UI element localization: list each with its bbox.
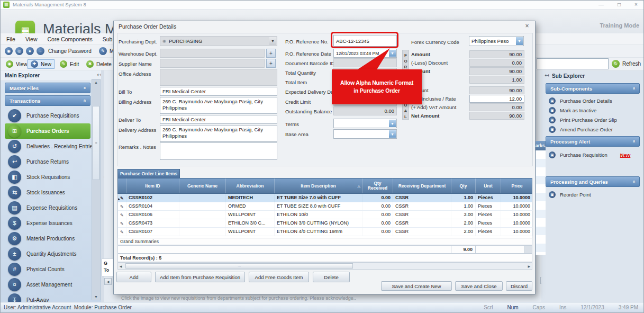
reorder-point-item[interactable]: ▣ Reorder Point [549, 190, 591, 199]
sidebar-item[interactable]: # Physical Counts [5, 262, 90, 277]
add-button[interactable]: Add [116, 272, 151, 282]
h-scrollbar[interactable]: ◀ ⋯ ▶ [117, 262, 532, 270]
h-scroll-thumb[interactable]: ⋯ [125, 263, 353, 269]
new-button[interactable]: ✚New [27, 59, 55, 69]
section-master-files[interactable]: Master Files« [5, 83, 90, 93]
supplier-name-input[interactable] [160, 59, 265, 68]
minimize-button[interactable]: — [595, 1, 607, 8]
sidebar-item[interactable]: ⇆ Stock Issuances [5, 185, 90, 200]
sidebar-item[interactable]: ⚙ Material Productions [5, 231, 90, 246]
search-input[interactable] [537, 58, 609, 69]
close-button[interactable]: × [630, 1, 642, 8]
signout-icon[interactable]: − [37, 47, 44, 55]
table-row[interactable]: CSSR0104 ORMED ET TUBE SIZE 8.0 with CUF… [118, 202, 532, 211]
sidebar-item[interactable]: $ Expense Issuances [5, 216, 90, 231]
sidebar-item[interactable]: ▤ Expense Requisitions [5, 200, 90, 216]
forex-currency-combo[interactable]: Philippines Peso▼ [469, 36, 524, 46]
sidebar-item[interactable]: ¤ Asset Management [5, 277, 90, 292]
table-row[interactable]: CSSR0106 WELLPOINT ETHILON 10/0 0.00 CSS… [118, 211, 532, 219]
col-receiving-department[interactable]: Receiving Department [393, 178, 451, 193]
dialog-close-icon[interactable]: × [522, 22, 532, 30]
billing-address-label: Billing Address [119, 99, 151, 105]
warehouse-dept-input[interactable] [160, 49, 265, 58]
warehouse-lookup-button[interactable]: + [266, 49, 276, 58]
sub-component-item[interactable]: ▣ Purchase Order Details [549, 96, 644, 105]
session-icon[interactable]: ◉ [5, 47, 13, 55]
purchasing-dept-combo[interactable]: ◉ PURCHASING ▼ [160, 36, 277, 46]
change-password-button[interactable]: Change Password [48, 48, 92, 54]
delete-button[interactable]: ✖Delete [86, 59, 112, 69]
billing-address-input[interactable]: 269 C. Raymundo Ave Maybunga Pasig, City… [160, 97, 277, 114]
section-processing-queries[interactable]: Processing and Queries» [546, 176, 640, 187]
section-sub-components[interactable]: Sub-Components» [546, 83, 640, 94]
sidebar-item[interactable]: ↩ Purchase Returns [5, 154, 90, 169]
base-area-combo[interactable]: ▼ [333, 129, 397, 139]
view-button[interactable]: ◉View [6, 59, 28, 69]
delivery-address-input[interactable]: 269 C. Raymundo Ave Maybunga Pasig, City… [160, 125, 277, 142]
table-row[interactable]: CSSR0473 ETHILON 3/0 C... ETHILON 3/0 CU… [118, 219, 532, 228]
col-generic-name[interactable]: Generic Name [179, 178, 226, 193]
menu-item[interactable]: File [6, 36, 15, 42]
sidebar-item[interactable]: ↺ Deliveries . Receiving Entries [5, 139, 90, 154]
sidebar-item[interactable]: ◧ Stock Requisitions [5, 169, 90, 185]
menu-item[interactable]: Core Components [48, 36, 93, 42]
col-unit[interactable]: Unit [476, 178, 501, 193]
warehouse-dept-label: Warehouse Dept. [119, 51, 158, 57]
table-row[interactable]: CSSR0102 MEDITECH ET TUBE Size 7.0 with … [118, 194, 532, 202]
power-icon[interactable]: ◎ [15, 47, 23, 55]
remarks-notes-input[interactable] [160, 142, 277, 160]
section-transactions[interactable]: Transactions» [5, 95, 90, 106]
delete-item-button[interactable]: Delete [313, 272, 350, 282]
table-row[interactable]: CSSR0107 WELLPOINT ETHILON 4/0 CUTTING 1… [118, 228, 532, 236]
col-item-id[interactable]: Item ID [126, 178, 179, 193]
amount-row: (-Less) Discount 0.00 [411, 58, 524, 67]
col-item-description[interactable]: Item Description△ [275, 178, 362, 193]
scroll-down-icon[interactable]: ▼ [92, 295, 100, 299]
scroll-up-icon[interactable]: ▲ [92, 81, 100, 84]
edit-button[interactable]: ✎Edit [60, 59, 79, 69]
sidebar-item[interactable]: ⊞ Purchase Orders [5, 123, 90, 139]
sidebar-item[interactable]: ± Quantity Adjustments [5, 246, 90, 262]
section-processing-alert[interactable]: Processing Alert» [546, 136, 640, 147]
scroll-right-icon[interactable]: ▶ [528, 264, 530, 268]
menu-item[interactable]: View [25, 36, 38, 42]
save-and-create-new-button[interactable]: Save and Create New [381, 281, 452, 291]
scroll-left-icon[interactable]: ◀ [120, 264, 122, 268]
supplier-lookup-button[interactable]: + [266, 59, 276, 68]
chevron-down-icon[interactable]: ▼ [389, 130, 396, 138]
sub-component-item[interactable]: ▣ Amend Purchase Order [549, 124, 644, 134]
help-icon[interactable]: ✎ [99, 47, 107, 55]
bill-to-input[interactable]: FRI Medical Center [160, 87, 277, 96]
discard-button[interactable]: Discard [506, 281, 532, 291]
add-free-goods-item-button[interactable]: Add Free Goods Item [249, 272, 309, 282]
chevron-down-icon[interactable]: ▼ [516, 37, 523, 45]
sub-component-item[interactable]: ▣ Print Purchase Order Slip [549, 115, 644, 124]
col-qty-received[interactable]: Qty Received [362, 178, 393, 193]
tab-purchase-order-line-items[interactable]: Purchase Order Line Items [117, 169, 180, 178]
lock-icon[interactable]: ● [26, 47, 34, 55]
deliver-to-input[interactable]: FRI Medical Center [160, 115, 277, 124]
processing-alert-item[interactable]: ▣ Purchase Requisition New [549, 150, 630, 159]
add-item-from-purchase-requisition-button[interactable]: Add Item from Purchase Requisition [155, 272, 245, 282]
purchase-order-details-dialog: Purchase Order Details × Purchasing Dept… [113, 21, 536, 294]
col-abbreviation[interactable]: Abbreviation [226, 178, 275, 193]
col-qty[interactable]: Qty [451, 178, 476, 193]
refresh-button[interactable]: Refresh [622, 61, 641, 67]
receiving-icon: ↺ [8, 140, 21, 153]
save-and-close-button[interactable]: Save and Close [455, 281, 503, 291]
sub-component-item[interactable]: ▣ Mark as Inactive [549, 105, 644, 115]
new-badge[interactable]: New [620, 152, 631, 158]
restore-button[interactable]: □ [613, 1, 625, 8]
background-ticker-text: Click the image to view new requisitions… [121, 296, 356, 301]
terms-combo[interactable]: ▼ [333, 119, 397, 128]
chevron-down-icon[interactable]: ▼ [269, 37, 276, 45]
office-address-input[interactable] [160, 69, 277, 86]
col-price[interactable]: Price [501, 178, 533, 193]
sidebar-item[interactable]: ✔ Purchase Requisitions [5, 108, 90, 123]
chevron-down-icon[interactable]: ▼ [389, 120, 396, 127]
scroll-thumb[interactable]: ≡ [93, 106, 99, 180]
background-scroll-left-icon[interactable]: ◀ [104, 278, 112, 285]
refresh-icon[interactable]: ↻ [612, 60, 620, 68]
sidebar-scrollbar[interactable]: ▲ ≡ ▼ [92, 79, 101, 300]
pin-icon[interactable]: ↧ [544, 73, 550, 77]
